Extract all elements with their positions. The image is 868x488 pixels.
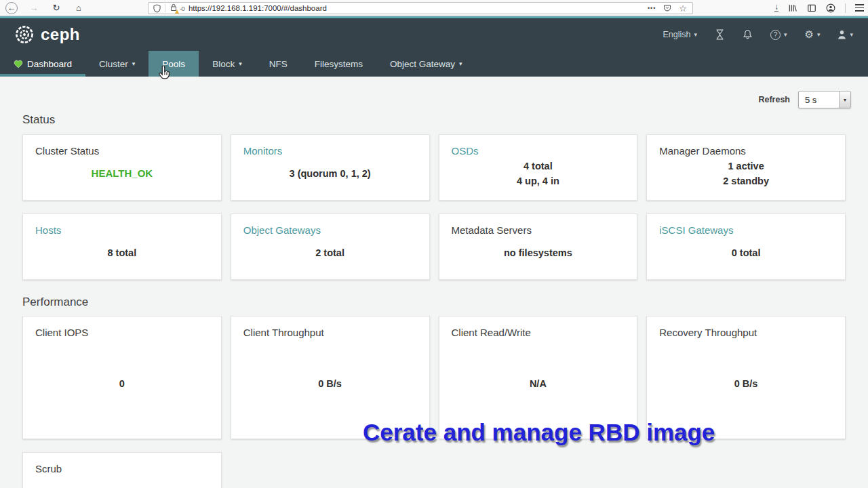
mgr-active-value: 1 active — [728, 159, 764, 174]
mgr-standby-value: 2 standby — [723, 174, 769, 188]
hosts-value: 8 total — [108, 245, 137, 260]
health-heart-icon — [14, 60, 23, 68]
app-header: ceph English ▾ ? ▾ ⚙ ▾ ▾ — [0, 18, 868, 51]
chevron-down-icon: ▾ — [850, 31, 853, 38]
iscsi-gateways-value: 0 total — [732, 245, 761, 260]
card-osds: OSDs 4 total 4 up, 4 in — [439, 134, 638, 201]
connection-icon[interactable]: -o — [180, 5, 184, 12]
refresh-interval-value: 5 s — [799, 95, 839, 105]
card-metadata-servers: Metadata Servers no filesystems — [439, 214, 638, 280]
mouse-cursor-hand-icon — [157, 64, 172, 82]
hosts-link[interactable]: Hosts — [35, 224, 209, 236]
chevron-down-icon: ▾ — [132, 60, 136, 67]
user-dropdown[interactable]: ▾ — [837, 30, 853, 39]
status-card-grid: Cluster Status HEALTH_OK Monitors 3 (quo… — [22, 134, 846, 280]
lock-icon[interactable] — [170, 3, 177, 13]
bookmark-star-icon[interactable]: ☆ — [679, 3, 687, 14]
help-dropdown[interactable]: ? ▾ — [770, 30, 787, 40]
select-arrow-button[interactable]: ▾ — [839, 92, 850, 108]
osds-upin-value: 4 up, 4 in — [517, 174, 559, 188]
card-title: Manager Daemons — [659, 145, 833, 157]
chevron-down-icon: ▾ — [817, 31, 821, 38]
gear-icon: ⚙ — [804, 28, 813, 41]
video-caption-overlay: Cerate and manage RBD image — [363, 419, 715, 446]
nav-object-gateway[interactable]: Object Gateway ▾ — [376, 51, 476, 77]
mixed-content-warning-icon — [175, 9, 179, 14]
browser-back-button[interactable]: ← — [5, 2, 18, 14]
ceph-logo-icon — [14, 24, 35, 45]
pocket-icon[interactable] — [663, 4, 671, 12]
chevron-down-icon: ▾ — [694, 31, 697, 38]
card-title: Recovery Throughput — [659, 327, 833, 338]
card-monitors: Monitors 3 (quorum 0, 1, 2) — [231, 134, 430, 201]
monitors-link[interactable]: Monitors — [243, 145, 417, 157]
ceph-brand[interactable]: ceph — [14, 24, 80, 45]
browser-reload-button[interactable]: ↻ — [50, 2, 62, 14]
client-iops-value: 0 — [119, 376, 125, 391]
settings-dropdown[interactable]: ⚙ ▾ — [804, 28, 820, 41]
nav-filesystems[interactable]: Filesystems — [301, 51, 376, 77]
card-client-iops: Client IOPS 0 — [22, 316, 222, 439]
chevron-down-icon: ▾ — [784, 31, 787, 38]
address-bar[interactable]: -o https://192.168.1.191:7000/#/dashboar… — [148, 2, 693, 14]
card-title: Client Throughput — [243, 327, 417, 338]
client-read-write-value: N/A — [530, 376, 547, 391]
object-gateways-value: 2 total — [315, 245, 344, 260]
nav-block[interactable]: Block ▾ — [199, 51, 256, 77]
page-actions-icon[interactable]: ••• — [648, 5, 656, 12]
osds-link[interactable]: OSDs — [452, 145, 625, 157]
nav-nfs[interactable]: NFS — [256, 51, 301, 77]
chevron-down-icon: ▾ — [459, 60, 462, 67]
card-title: Cluster Status — [35, 145, 209, 157]
monitors-value: 3 (quorum 0, 1, 2) — [290, 166, 371, 181]
library-icon[interactable] — [788, 3, 797, 13]
refresh-label: Refresh — [758, 95, 790, 104]
tracking-protection-shield-icon[interactable] — [153, 4, 161, 13]
downloads-icon[interactable]: ↓ — [774, 3, 778, 12]
main-nav: Dashboard Cluster ▾ Pools Block ▾ NFS Fi… — [0, 51, 868, 77]
account-icon[interactable] — [826, 3, 835, 13]
performance-heading: Performance — [22, 296, 868, 309]
iscsi-gateways-link[interactable]: iSCSI Gateways — [659, 224, 833, 236]
chevron-down-icon: ▾ — [239, 60, 242, 67]
help-icon: ? — [770, 30, 781, 40]
card-title: Client Read/Write — [452, 327, 625, 338]
sidebar-toggle-icon[interactable] — [807, 3, 816, 13]
recovery-throughput-value: 0 B/s — [734, 376, 758, 391]
card-scrub: Scrub — [22, 452, 222, 488]
browser-toolbar: ← → ↻ ⌂ -o https://192.168.1.191:7000/#/… — [0, 0, 868, 16]
card-title: Metadata Servers — [452, 224, 625, 236]
status-heading: Status — [22, 113, 868, 127]
toolbar-separator — [845, 3, 846, 13]
nav-dashboard[interactable]: Dashboard — [0, 51, 85, 77]
refresh-interval-select[interactable]: 5 s ▾ — [798, 91, 851, 108]
card-iscsi-gateways: iSCSI Gateways 0 total — [646, 214, 846, 280]
browser-home-button[interactable]: ⌂ — [73, 2, 85, 14]
brand-name: ceph — [41, 25, 80, 44]
url-text[interactable]: https://192.168.1.191:7000/#/dashboard — [189, 4, 648, 12]
card-object-gateways: Object Gateways 2 total — [231, 214, 430, 280]
client-throughput-value: 0 B/s — [318, 376, 342, 391]
cluster-health-value: HEALTH_OK — [92, 166, 153, 181]
tasks-hourglass-icon[interactable] — [715, 29, 725, 40]
card-cluster-status: Cluster Status HEALTH_OK — [22, 134, 222, 201]
metadata-servers-value: no filesystems — [504, 245, 572, 260]
nav-cluster[interactable]: Cluster ▾ — [85, 51, 149, 77]
card-hosts: Hosts 8 total — [22, 214, 222, 280]
osds-total-value: 4 total — [524, 159, 553, 174]
card-title: Client IOPS — [35, 327, 209, 338]
notifications-bell-icon[interactable] — [743, 29, 753, 40]
card-manager-daemons: Manager Daemons 1 active 2 standby — [646, 134, 846, 201]
card-title: Scrub — [35, 463, 209, 474]
object-gateways-link[interactable]: Object Gateways — [243, 224, 417, 236]
scrub-card-grid: Scrub — [22, 452, 846, 488]
menu-icon[interactable] — [855, 4, 864, 12]
language-dropdown[interactable]: English ▾ — [663, 30, 697, 39]
user-icon — [837, 30, 846, 39]
urlbar-separator — [165, 4, 165, 12]
browser-forward-button[interactable]: → — [28, 2, 40, 14]
